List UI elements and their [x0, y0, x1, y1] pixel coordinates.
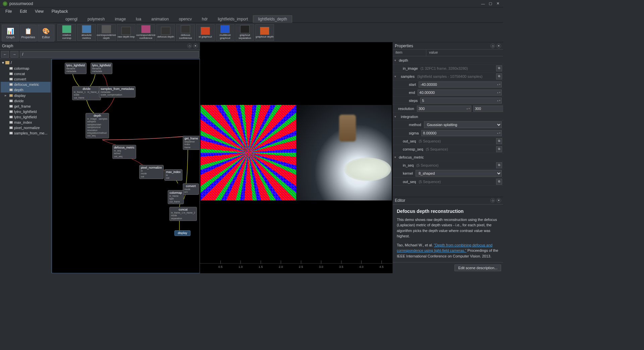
spinner-icon[interactable]: ▲▼ — [497, 92, 501, 94]
node-get-frame[interactable]: get_framesequenceindexframe — [183, 136, 200, 150]
menu-playback[interactable]: Playback — [48, 8, 72, 15]
node-lytro-lightfield-1[interactable]: lytro_lightfieldfilenamemetadata — [65, 63, 87, 74]
timeline-tick: 2.0 — [279, 265, 283, 269]
timeline-tick: 0.5 — [218, 265, 223, 269]
tool-graphcut-separation[interactable]: graphcut separation — [235, 24, 254, 41]
node-display[interactable]: display — [174, 230, 191, 236]
mode-editor[interactable]: 🎨Editor — [38, 25, 54, 42]
tree-root[interactable]: ▾ / — [1, 60, 51, 66]
tool-graphcut-depth[interactable]: graphcut depth — [255, 24, 274, 41]
link-icon[interactable]: ⧉ — [496, 162, 502, 168]
tool-correspondence-confidence[interactable]: correspondence confidence — [137, 24, 155, 41]
tool-defocus-confidence[interactable]: defocus confidence — [176, 24, 195, 41]
tab-animation[interactable]: animation — [146, 15, 174, 23]
tool-raw-depth-tmp[interactable]: raw depth tmp — [117, 24, 136, 41]
node-lytro-lightfield-2[interactable]: lytro_lightfieldfilenamemetadata — [91, 63, 112, 74]
tab-opencv[interactable]: opencv — [174, 15, 197, 23]
chevron-down-icon[interactable]: ▾ — [393, 59, 397, 62]
detach-icon[interactable]: ◇ — [490, 44, 495, 48]
tool-multilevel-graphcut[interactable]: multilevel graphcut — [216, 24, 234, 41]
tab-lightfields_depth[interactable]: lightfields_depth — [253, 15, 292, 23]
spinner-icon[interactable]: ▲▼ — [466, 108, 471, 110]
node-pixel-normalize[interactable]: pixel_normalizeinmodeout — [139, 165, 164, 179]
node-icon — [9, 126, 13, 129]
node-convert[interactable]: convertmodea b — [183, 183, 199, 195]
graph-canvas[interactable]: lytro_lightfieldfilenamemetadata lytro_l… — [52, 59, 200, 273]
close-panel-icon[interactable]: ✕ — [496, 198, 501, 203]
close-panel-icon[interactable]: ✕ — [193, 44, 198, 48]
tab-polymesh[interactable]: polymesh — [83, 15, 110, 23]
method-select[interactable]: Gaussian splatting — [424, 121, 502, 128]
spinner-icon[interactable]: ▲▼ — [497, 100, 501, 102]
tree-item-colormap[interactable]: colormap — [1, 66, 51, 71]
chevron-down-icon[interactable]: ▾ — [393, 156, 397, 159]
tool-absolute-metrics[interactable]: absolute metrics — [77, 24, 96, 41]
steps-input[interactable] — [421, 98, 497, 103]
tab-image[interactable]: image — [110, 15, 131, 23]
end-input[interactable] — [418, 90, 497, 95]
tree-item-divide[interactable]: divide — [1, 98, 51, 104]
node-divide[interactable]: dividein_frame_1 in_frame_2scaleout_fram… — [72, 86, 101, 100]
spinner-icon[interactable]: ▲▼ — [497, 83, 501, 85]
mode-properties[interactable]: 📋Properties — [20, 25, 37, 42]
node-concat[interactable]: concatin_frame_1 in_frame_2modeseparatio… — [169, 207, 197, 221]
tree-item-lytro_lightfield[interactable]: lytro_lightfield — [1, 114, 51, 120]
tool-thumb-icon — [220, 25, 230, 33]
kernel-select[interactable]: 8_shaped — [416, 170, 502, 177]
viewport[interactable]: 0.51.01.52.02.53.03.54.04.5 — [200, 42, 392, 273]
node-max-index[interactable]: max_indexinout — [164, 169, 182, 181]
tree-item-lytro_lightfield[interactable]: lytro_lightfield — [1, 109, 51, 114]
tool-correspondence-depth[interactable]: correspondence depth — [97, 24, 116, 41]
chevron-down-icon[interactable]: ▾ — [393, 75, 397, 78]
tree-item-get_frame[interactable]: get_frame — [1, 104, 51, 109]
minimize-button[interactable]: — — [480, 1, 486, 6]
menu-edit[interactable]: Edit — [16, 8, 31, 15]
breadcrumb[interactable]: / — [20, 51, 199, 58]
tree-item-convert[interactable]: convert — [1, 76, 51, 82]
tab-lightfields_import[interactable]: lightfields_import — [213, 15, 253, 23]
tab-lua[interactable]: lua — [131, 15, 146, 23]
node-colormap[interactable]: colormapin_frametypeout_frame — [168, 190, 184, 204]
tree-item-defocus_metric[interactable]: defocus_metric — [1, 82, 51, 87]
link-icon[interactable]: ⧉ — [496, 179, 502, 185]
nav-back-button[interactable]: ← — [1, 51, 9, 58]
tool-st-graphcut[interactable]: st graphcut — [196, 24, 215, 41]
node-depth[interactable]: depthin_image samplessamplessamples/star… — [86, 113, 109, 138]
start-input[interactable] — [419, 82, 497, 87]
graph-panel-header: Graph ◇ ✕ — [0, 42, 200, 50]
tab-hdr[interactable]: hdr — [197, 15, 213, 23]
detach-icon[interactable]: ◇ — [187, 44, 192, 48]
chevron-down-icon[interactable]: ▾ — [393, 115, 397, 118]
tool-relative-corresp[interactable]: relative corresp — [57, 24, 76, 41]
link-icon[interactable]: ⧉ — [496, 65, 502, 71]
nav-forward-button[interactable]: → — [10, 51, 18, 58]
node-samples-from-metadata[interactable]: samples_from_metadatametadatascale_compe… — [99, 86, 136, 98]
detach-icon[interactable]: ◇ — [490, 198, 495, 203]
edit-description-button[interactable]: Edit scene description... — [454, 265, 501, 271]
menu-view[interactable]: View — [31, 8, 48, 15]
tree-item-pixel_normalize[interactable]: pixel_normalize — [1, 125, 51, 130]
tool-thumb-icon — [62, 25, 71, 33]
menu-file[interactable]: File — [1, 8, 16, 15]
timeline[interactable]: 0.51.01.52.02.53.03.54.04.5 — [200, 263, 392, 273]
tree-item-samples_from_me...[interactable]: samples_from_me... — [1, 130, 51, 136]
link-icon[interactable]: ⧉ — [496, 146, 502, 152]
spinner-icon[interactable]: ▲▼ — [497, 132, 501, 134]
node-defocus-metric[interactable]: defocus_metricin_seqkernelout_seq — [112, 145, 136, 159]
tree-item-depth[interactable]: depth — [1, 87, 51, 93]
sigma-input[interactable] — [422, 130, 497, 136]
tree-item-max_index[interactable]: max_index — [1, 120, 51, 125]
tool-defocus-depth[interactable]: defocus depth — [156, 24, 175, 41]
link-icon[interactable]: ⧉ — [496, 138, 502, 144]
close-panel-icon[interactable]: ✕ — [496, 44, 501, 48]
mode-graph[interactable]: 📊Graph — [2, 25, 19, 42]
resolution-y-input[interactable] — [474, 106, 503, 111]
resolution-x-input[interactable] — [417, 106, 466, 111]
tab-opengl[interactable]: opengl — [60, 15, 83, 23]
tree-item-display[interactable]: ▸display — [1, 93, 51, 98]
link-icon[interactable]: ⧉ — [496, 73, 502, 79]
node-tree[interactable]: ▾ / colormapconcatconvertdefocus_metricd… — [0, 59, 52, 273]
close-button[interactable]: ✕ — [495, 1, 500, 6]
maximize-button[interactable]: ▢ — [488, 1, 493, 6]
tree-item-concat[interactable]: concat — [1, 71, 51, 76]
